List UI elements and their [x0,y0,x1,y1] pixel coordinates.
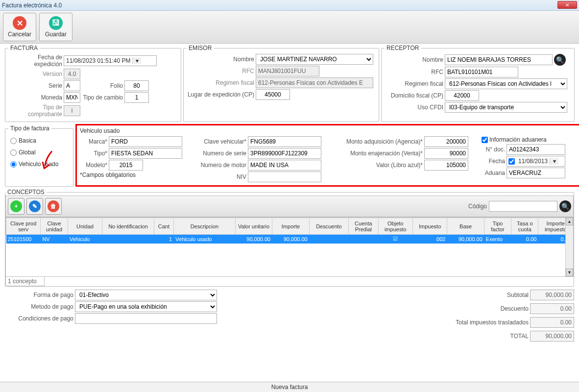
chevron-down-icon[interactable]: ▾ [550,158,558,165]
fecha-exp-label: Fecha de expedición [8,54,62,68]
th-cant[interactable]: Cant [154,218,173,235]
cell: 25101500 [6,235,41,244]
conceptos-table[interactable]: Clave prod serv Clave unidad Unidad No i… [5,217,574,277]
th-valoru[interactable]: Valor unitario [235,218,272,235]
th-clave-ps[interactable]: Clave prod serv [6,218,41,235]
folio-input[interactable] [124,80,149,91]
niv-input[interactable] [248,172,321,182]
search-codigo-button[interactable]: 🔍 [559,200,571,212]
metodo-pago-select[interactable]: PUE-Pago en una sola exhibición [75,301,217,312]
cell: NV [41,235,68,244]
vehiculo-legend: Vehiculo usado [80,127,579,134]
th-tasa[interactable]: Tasa o cuota [511,218,538,235]
receptor-nombre-input[interactable] [445,54,553,65]
nserie-input[interactable] [248,148,321,159]
save-button[interactable]: 🖫 Guardar [39,13,72,41]
th-impuesto[interactable]: Impuesto [412,218,447,235]
cell: ☑ [378,235,412,244]
radio-vehiculo-input[interactable] [10,161,17,168]
th-tipofactor[interactable]: Tipo factor [484,218,511,235]
receptor-nombre-label: Nombre [385,56,443,63]
table-row[interactable]: 25101500 NV Vehiculo 1 Vehiculo usado 90… [6,235,573,244]
scrollbar[interactable]: ▲ ▼ [565,218,573,276]
cell: 0.00 [511,235,538,244]
cell [349,235,378,244]
th-unidad[interactable]: Unidad [68,218,102,235]
monto-enaj-label: Monto enajenación (Venta)* [335,150,423,157]
serie-label: Serie [8,82,62,89]
th-noid[interactable]: No identificacion [102,218,154,235]
add-concepto-button[interactable]: + [8,198,24,215]
uso-cfdi-select[interactable]: I03-Equipo de transporte [445,102,567,113]
conceptos-count: 1 concepto [5,277,45,286]
marca-input[interactable] [109,136,182,147]
search-icon: 🔍 [561,203,570,210]
cancel-button[interactable]: ✕ Cancelar [3,13,36,41]
serie-input[interactable] [64,80,80,91]
tipo-input[interactable] [109,148,182,159]
receptor-domicilio-input[interactable] [445,90,479,101]
modelo-input[interactable] [109,160,143,171]
emisor-nombre-label: Nombre [187,56,254,63]
chevron-down-icon[interactable]: ▾ [132,57,141,64]
ndoc-input[interactable] [507,144,565,155]
th-objeto[interactable]: Objeto impuesto [378,218,412,235]
th-cuenta[interactable]: Cuenta Predial [349,218,378,235]
close-button[interactable]: ✕ [557,1,577,9]
valor-input[interactable] [424,160,468,171]
window-title: Factura electrónica 4.0 [2,2,62,9]
conceptos-legend: CONCEPTOS [5,189,47,196]
receptor-regimen-select[interactable]: 612-Personas Físicas con Actividades E [445,78,567,89]
status-bar: Nueva factura [0,382,579,392]
th-importe[interactable]: Importe [272,218,309,235]
tipo-factura-legend: Tipo de factura [8,125,51,132]
th-descuento[interactable]: Descuento [309,218,348,235]
tipo-cambio-input[interactable] [124,92,149,103]
subtotal-value [530,290,574,300]
tipo-label: Tipo* [80,150,107,157]
search-receptor-button[interactable]: 🔍 [554,54,566,66]
scroll-down-icon[interactable]: ▼ [566,269,573,276]
emisor-nombre-select[interactable]: JOSE MARTINEZ NAVARRO [256,54,373,65]
emisor-lugar-input[interactable] [256,89,290,100]
radio-basica-input[interactable] [10,138,17,144]
radio-basica[interactable]: Basica [10,137,68,144]
receptor-rfc-input[interactable] [445,67,518,77]
forma-pago-select[interactable]: 01-Efectivo [75,290,217,300]
radio-vehiculo[interactable]: Vehiculo usado [10,161,68,168]
cell: 002 [412,235,447,244]
fecha-exp-input[interactable]: 11/08/2023 01:51:40 PM ▾ [64,55,157,66]
th-desc[interactable]: Descripcion [174,218,236,235]
cell [102,235,154,244]
aduana-fecha-checkbox[interactable] [508,158,515,165]
aduana-input[interactable] [507,168,565,178]
trasladados-label: Total impuestos trasladados [431,319,529,326]
edit-concepto-button[interactable]: ✎ [26,198,43,215]
aduana-fecha-input[interactable]: 11/08/2013 ▾ [507,156,565,167]
monto-adq-input[interactable] [424,136,468,147]
th-base[interactable]: Base [447,218,484,235]
nmotor-input[interactable] [248,160,321,171]
receptor-regimen-label: Regimen fiscal [385,80,443,87]
cell: 1 [154,235,173,244]
moneda-input[interactable] [64,92,80,103]
uso-cfdi-label: Uso CFDI [385,104,443,111]
info-aduanera-checkbox[interactable] [482,137,488,143]
delete-concepto-button[interactable]: 🗑 [45,198,62,215]
codigo-input[interactable] [489,201,557,212]
clave-input[interactable] [248,136,321,147]
scroll-up-icon[interactable]: ▲ [566,218,573,225]
monto-enaj-input[interactable] [424,148,468,159]
forma-pago-label: Forma de pago [5,292,73,298]
radio-global[interactable]: Global [10,149,68,156]
emisor-rfc-input [256,66,319,76]
trash-icon: 🗑 [48,200,59,212]
condiciones-input[interactable] [75,313,217,324]
radio-basica-label: Basica [19,137,36,144]
th-clave-u[interactable]: Clave unidad [41,218,68,235]
emisor-lugar-label: Lugar de expedición (CP) [187,91,254,98]
radio-global-input[interactable] [10,149,17,156]
version-label: Version [8,71,62,77]
version-input [64,69,80,79]
descuento-label: Descuento [431,305,529,312]
